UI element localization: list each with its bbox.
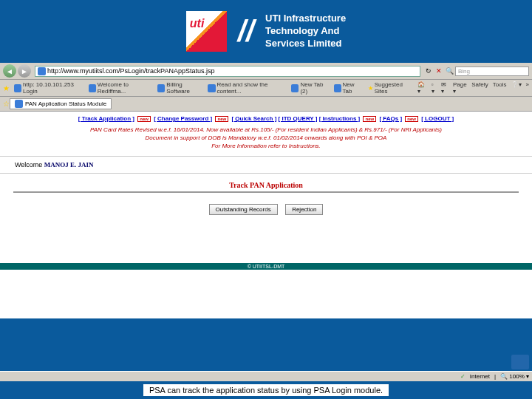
status-bar: ✓ Internet | 🔍 100% ▾: [0, 371, 532, 381]
welcome-label: Welcome: [15, 161, 44, 168]
zoom-control[interactable]: 🔍 100% ▾: [500, 373, 529, 380]
tools-tool[interactable]: Tools: [493, 81, 507, 95]
page-icon: [89, 84, 96, 92]
bookmarks-bar: ★ http: 10.10.101.253 Login Welcome to R…: [0, 80, 532, 97]
tab-bar: ☆ PAN Application Status Module: [0, 97, 532, 112]
safety-tool[interactable]: Safety: [471, 81, 488, 95]
search-provider-icon[interactable]: 🔍: [445, 66, 454, 75]
bookmark-billing[interactable]: Billing Software: [157, 81, 203, 95]
bookmark-suggested[interactable]: ★Suggested Sites: [368, 81, 413, 95]
nav-faqs[interactable]: [ FAQs ]: [379, 115, 402, 122]
bookmark-read[interactable]: Read and show the content...: [208, 81, 287, 95]
browser-tab[interactable]: PAN Application Status Module: [10, 98, 112, 109]
new-badge: new: [137, 116, 151, 122]
nav-instructions[interactable]: [ Instructions ]: [319, 115, 361, 122]
tab-title: PAN Application Status Module: [25, 100, 106, 107]
notice-dob: Document in support of DOB is Mandatory …: [0, 134, 532, 142]
browser-chrome: ◄ ► http://www.myutiitsl.com/PsLogin/tra…: [0, 63, 532, 112]
star-icon: ★: [368, 85, 373, 92]
internet-zone-label: Internet: [470, 373, 490, 380]
new-badge: new: [405, 116, 418, 122]
mail-tool[interactable]: ✉ ▾: [441, 81, 449, 95]
notice-info: For More Information refer to Instructio…: [0, 142, 532, 150]
nav-logout[interactable]: [ LOGOUT ]: [421, 115, 454, 122]
page-icon: [157, 84, 165, 92]
internet-zone-icon: ✓: [460, 373, 466, 380]
bookmark-login[interactable]: http: 10.10.101.253 Login: [14, 81, 84, 95]
notice-rates: PAN Card Rates Revised w.e.f. 16/01/2014…: [0, 126, 532, 134]
refresh-icon[interactable]: ↻: [424, 66, 433, 75]
rejection-button[interactable]: Rejection: [285, 204, 323, 215]
caption-text: PSA can track the application status by …: [143, 384, 389, 396]
toolbar-right: 🏠 ▾ ▫ ▾ ✉ ▾ Page ▾ Safety Tools ❔▾ »: [417, 81, 529, 95]
copyright-footer: © UTIITSL-DMT: [0, 263, 532, 270]
welcome-row: Welcome MANOJ E. JAIN: [0, 156, 532, 174]
page-tool[interactable]: Page ▾: [453, 81, 467, 95]
uti-logo: [186, 11, 227, 52]
page-icon: [334, 84, 341, 92]
url-input[interactable]: http://www.myutiitsl.com/PsLogin/trackPA…: [35, 66, 420, 77]
bookmark-newtab2[interactable]: New Tab (2): [291, 81, 329, 95]
section-title-wrap: Track PAN Application: [13, 181, 519, 193]
button-row: Outstanding Records Rejection: [0, 197, 532, 219]
status-right: ✓ Internet | 🔍 100% ▾: [460, 373, 529, 380]
app-nav: [ Track Application ] new [ Change Passw…: [0, 112, 532, 126]
nav-change-password[interactable]: [ Change Password ]: [154, 115, 212, 122]
page-icon: [14, 84, 21, 92]
page-content: [ Track Application ] new [ Change Passw…: [0, 112, 532, 318]
url-text: http://www.myutiitsl.com/PsLogin/trackPA…: [47, 67, 214, 75]
page-icon: [15, 100, 23, 108]
welcome-user: MANOJ E. JAIN: [44, 161, 94, 168]
nav-itd-query[interactable]: [ ITD QUERY ]: [279, 115, 318, 122]
forward-button[interactable]: ►: [18, 64, 31, 78]
new-badge: new: [215, 116, 228, 122]
new-badge: new: [363, 116, 376, 122]
header-banner: // UTI Infrastructure Technology And Ser…: [0, 0, 532, 63]
outstanding-records-button[interactable]: Outstanding Records: [209, 204, 278, 215]
bookmark-newtab[interactable]: New Tab: [334, 81, 364, 95]
company-line3: Services Limited: [265, 38, 346, 50]
favorites-star-icon[interactable]: ☆: [3, 100, 10, 108]
back-button[interactable]: ◄: [3, 64, 16, 78]
protected-mode-icon: |: [494, 373, 496, 380]
address-bar: ◄ ► http://www.myutiitsl.com/PsLogin/tra…: [0, 63, 532, 80]
company-line1: UTI Infrastructure: [265, 13, 346, 25]
slide-caption: PSA can track the application status by …: [0, 381, 532, 399]
bookmark-rediff[interactable]: Welcome to Rediffma...: [89, 81, 154, 95]
section-title: Track PAN Application: [13, 181, 519, 193]
page-icon: [291, 84, 299, 92]
help-tool[interactable]: ❔▾: [511, 81, 522, 95]
stop-icon[interactable]: ✕: [434, 66, 443, 75]
favorites-icon[interactable]: ★: [3, 84, 10, 92]
chevron-icon[interactable]: »: [526, 81, 529, 95]
logo-area: // UTI Infrastructure Technology And Ser…: [186, 11, 346, 52]
ie-icon: [38, 67, 46, 75]
beaker-icon: [511, 355, 529, 369]
feed-tool[interactable]: ▫ ▾: [432, 81, 437, 95]
nav-quick-search[interactable]: [ Quick Search ]: [231, 115, 276, 122]
nav-track[interactable]: [ Track Application ]: [78, 115, 134, 122]
company-name: UTI Infrastructure Technology And Servic…: [265, 13, 346, 50]
page-icon: [208, 84, 215, 92]
company-line2: Technology And: [265, 25, 346, 38]
logo-slash: //: [238, 15, 254, 48]
home-tool[interactable]: 🏠 ▾: [417, 81, 427, 95]
search-input[interactable]: Bing: [455, 66, 529, 76]
